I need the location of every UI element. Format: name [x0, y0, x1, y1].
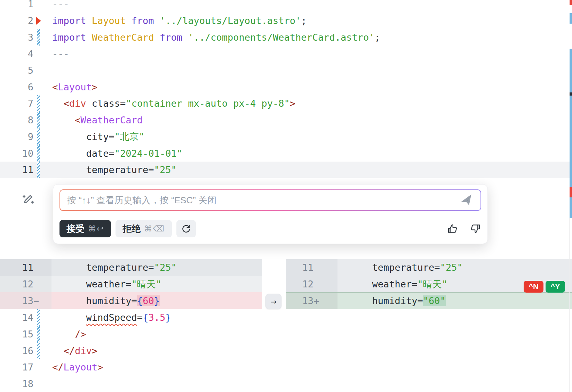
reject-keybind-badge[interactable]: ^N [524, 281, 543, 293]
code-content: </div> [51, 342, 572, 359]
code-token: > [92, 345, 97, 356]
diff-row-13[interactable]: 13− humidity={60} [0, 292, 262, 309]
reject-shortcut: ⌘⌫ [144, 224, 165, 234]
line-number: 1 [28, 0, 33, 9]
diff-row-11[interactable]: 11 temperature="25" [286, 259, 572, 276]
diff-row-11[interactable]: 11 temperature="25" [0, 259, 262, 276]
line-number: 6 [28, 82, 33, 92]
line-number: 12 [302, 279, 313, 289]
code-line-1[interactable]: 1--- [0, 0, 572, 13]
code-token: Layout [58, 82, 92, 92]
diff-gutter: 12 [0, 276, 51, 293]
code-token [52, 262, 86, 273]
modified-line-stripe [37, 129, 40, 145]
thumbs-down-icon[interactable] [469, 223, 481, 234]
gutter[interactable]: 5 [0, 62, 51, 79]
code-line-2[interactable]: 2import Layout from '../layouts/Layout.a… [0, 13, 572, 29]
code-token: = [132, 295, 137, 306]
accept-keybind-badge[interactable]: ^Y [546, 281, 565, 293]
code-line-15[interactable]: 15 /> [0, 326, 572, 343]
diff-row-13[interactable]: 13+ humidity="60" [286, 292, 572, 309]
gutter[interactable]: 10 [0, 145, 51, 162]
modified-line-stripe [37, 112, 40, 129]
gutter[interactable]: 8 [0, 112, 51, 129]
code-token: "晴天" [418, 278, 448, 291]
gutter[interactable]: 16 [0, 342, 51, 359]
code-token: date [86, 148, 109, 159]
diff-gutter: 11 [0, 259, 51, 276]
modified-line-stripe [37, 309, 40, 326]
gutter[interactable]: 2 [0, 13, 51, 29]
pencil-sparkle-icon[interactable] [21, 192, 35, 206]
code-line-10[interactable]: 10 date="2024-01-01" [0, 145, 572, 162]
code-token [52, 115, 75, 125]
line-number: 4 [28, 48, 33, 59]
code-content: temperature="25" [337, 259, 572, 276]
gutter[interactable]: 11 [0, 162, 51, 178]
code-token [52, 329, 75, 340]
accept-button[interactable]: 接受 ⌘↩ [59, 220, 111, 237]
reject-button[interactable]: 拒绝 ⌘⌫ [116, 220, 172, 237]
inline-ai-edit-panel: 接受 ⌘↩ 拒绝 ⌘⌫ [53, 184, 488, 244]
code-token: weather [86, 279, 126, 289]
code-token: ; [301, 15, 307, 26]
code-line-5[interactable]: 5 [0, 62, 572, 79]
code-token: WeatherCard [92, 32, 154, 43]
code-token [52, 295, 86, 306]
code-line-18[interactable]: 18 [0, 376, 572, 392]
code-token: = [434, 262, 440, 273]
code-token [52, 345, 64, 356]
code-line-17[interactable]: 17</Layout> [0, 359, 572, 376]
code-line-3[interactable]: 3import WeatherCard from '../components/… [0, 29, 572, 46]
line-number: 11 [22, 164, 33, 175]
code-token: humidity [372, 295, 418, 306]
gutter[interactable]: 6 [0, 79, 51, 95]
code-token: "北京" [114, 130, 145, 143]
gutter[interactable]: 4 [0, 46, 51, 62]
top-editor-code: 1---2import Layout from '../layouts/Layo… [0, 0, 572, 178]
diff-gutter: 11 [286, 259, 337, 276]
code-line-8[interactable]: 8 <WeatherCard [0, 112, 572, 129]
diff-gutter: 13+ [286, 292, 337, 309]
ai-prompt-input[interactable] [60, 190, 480, 210]
code-token: temperature [86, 262, 149, 273]
code-token [338, 279, 372, 289]
modified-line-stripe [37, 326, 40, 343]
code-token: = [148, 262, 154, 273]
gutter[interactable]: 14 [0, 309, 51, 326]
thumbs-up-icon[interactable] [447, 223, 459, 234]
line-number: 17 [22, 362, 33, 373]
code-token: = [137, 312, 143, 323]
gutter[interactable]: 1 [0, 0, 51, 13]
diff-row-12[interactable]: 12 weather="晴天" [0, 276, 262, 293]
gutter[interactable]: 7 [0, 95, 51, 112]
ai-panel-actions: 接受 ⌘↩ 拒绝 ⌘⌫ [59, 220, 481, 237]
code-line-7[interactable]: 7 <div class="container mx-auto px-4 py-… [0, 95, 572, 112]
code-content: humidity={60} [51, 292, 262, 309]
ai-prompt-input-wrap [59, 189, 481, 211]
code-line-16[interactable]: 16 </div> [0, 342, 572, 359]
code-token: div [75, 345, 92, 356]
code-token [52, 131, 86, 142]
code-content: import WeatherCard from '../components/W… [51, 29, 572, 46]
gutter[interactable]: 9 [0, 129, 51, 145]
code-line-11[interactable]: 11 temperature="25" [0, 162, 572, 178]
gutter[interactable]: 18 [0, 376, 51, 392]
code-token: from [154, 32, 188, 43]
code-token: "container mx-auto px-4 py-8" [126, 98, 289, 109]
gutter[interactable]: 3 [0, 29, 51, 46]
code-line-4[interactable]: 4--- [0, 46, 572, 62]
apply-change-arrow-button[interactable]: → [265, 294, 281, 309]
code-token: = [126, 279, 131, 289]
send-icon[interactable] [459, 193, 474, 208]
code-token [52, 98, 64, 109]
refresh-icon[interactable] [176, 220, 196, 237]
code-token: "25" [154, 262, 177, 273]
code-line-9[interactable]: 9 city="北京" [0, 129, 572, 145]
code-line-14[interactable]: 14 windSpeed={3.5} [0, 309, 572, 326]
gutter[interactable]: 17 [0, 359, 51, 376]
code-line-6[interactable]: 6<Layout> [0, 79, 572, 95]
line-number: 12 [22, 279, 33, 289]
code-token: = [148, 164, 154, 175]
gutter[interactable]: 15 [0, 326, 51, 343]
